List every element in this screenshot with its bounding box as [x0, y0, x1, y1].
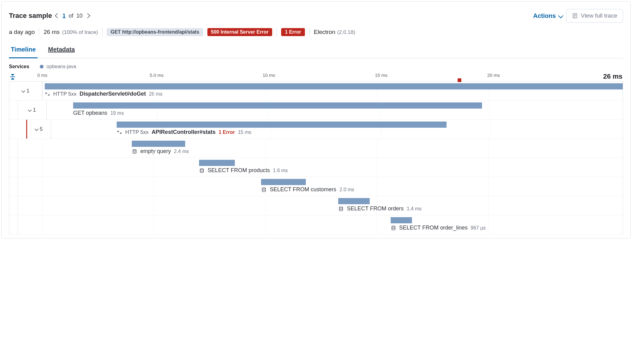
span-error: 1 Error — [218, 130, 235, 135]
services-label: Services — [9, 64, 29, 69]
waterfall-track: SELECT FROM order_lines967 µs — [42, 215, 623, 234]
span-duration: 1.6 ms — [273, 168, 288, 173]
trace-pct: (100% of trace) — [62, 29, 98, 35]
waterfall-row[interactable]: SELECT FROM customers2.0 ms — [9, 177, 623, 196]
tabs: Timeline Metadata — [9, 43, 623, 58]
agent-version: (2.0.18) — [337, 29, 356, 35]
agent-name: Electron — [314, 29, 335, 35]
span-bar[interactable] — [338, 198, 370, 204]
span-status: HTTP 5xx — [125, 129, 148, 135]
trace-age: a day ago — [9, 29, 35, 35]
span-name: APIRestController#stats — [152, 129, 215, 135]
span-label: SELECT FROM orders1.4 ms — [338, 205, 623, 212]
waterfall-row[interactable]: 1HTTP 5xxDispatcherServlet#doGet26 ms — [9, 81, 623, 101]
request-badge: GET http://opbeans-frontend/api/stats — [107, 28, 203, 36]
span-status: HTTP 5xx — [53, 91, 77, 97]
tab-timeline[interactable]: Timeline — [9, 43, 38, 58]
axis-max: 26 ms — [603, 72, 622, 81]
span-bar[interactable] — [117, 122, 447, 128]
span-duration: 2.0 ms — [339, 187, 354, 192]
waterfall-track: HTTP 5xxAPIRestController#stats1 Error15… — [51, 120, 623, 139]
span-bar[interactable] — [73, 102, 482, 109]
span-name: SELECT FROM customers — [270, 186, 336, 193]
next-sample-icon[interactable] — [85, 13, 90, 19]
span-bar[interactable] — [199, 160, 235, 166]
trace-info: a day ago 26 ms (100% of trace) GET http… — [9, 28, 623, 36]
axis-tick: 20 ms — [487, 72, 500, 78]
collapse-all-icon[interactable] — [10, 74, 15, 80]
waterfall-track: SELECT FROM products1.6 ms — [42, 158, 623, 177]
span-bar[interactable] — [391, 217, 412, 223]
chevron-down-icon — [558, 13, 563, 19]
http-icon — [45, 91, 50, 97]
span-name: GET opbeans — [73, 110, 107, 116]
actions-menu[interactable]: Actions — [533, 12, 563, 19]
http-icon — [117, 130, 122, 135]
view-full-trace-button[interactable]: View full trace — [566, 9, 623, 23]
axis-tick: 15 ms — [375, 72, 388, 78]
service-color-icon — [40, 65, 44, 68]
row-toggle[interactable]: 5 — [26, 120, 51, 139]
actions-label: Actions — [533, 12, 556, 19]
error-count-badge: 1 Error — [281, 28, 305, 36]
header: Trace sample 1 of 10 Actions View full t… — [9, 9, 623, 23]
waterfall-row[interactable]: 1GET opbeans19 ms — [9, 101, 623, 120]
waterfall-row[interactable]: SELECT FROM orders1.4 ms — [9, 196, 623, 215]
view-full-trace-label: View full trace — [581, 12, 617, 19]
trace-duration: 26 ms — [44, 29, 60, 35]
span-name: SELECT FROM orders — [347, 205, 404, 212]
axis-tick: 0 ms — [37, 72, 48, 78]
waterfall-row[interactable]: SELECT FROM order_lines967 µs — [9, 215, 623, 234]
time-axis: 0 ms 5.0 ms 10 ms 15 ms 20 ms 26 ms — [38, 72, 623, 81]
services-legend: Services opbeans-java — [9, 64, 623, 69]
document-icon — [572, 13, 578, 19]
waterfall-track: SELECT FROM orders1.4 ms — [42, 196, 623, 215]
sample-pager: 1 of 10 — [56, 13, 89, 19]
span-name: empty query — [140, 148, 171, 155]
span-label: GET opbeans19 ms — [73, 110, 623, 116]
span-label: SELECT FROM products1.6 ms — [199, 167, 623, 174]
waterfall-track: empty query2.4 ms — [42, 139, 623, 158]
waterfall-track: GET opbeans19 ms — [47, 101, 623, 119]
span-duration: 2.4 ms — [174, 149, 189, 154]
span-name: SELECT FROM products — [208, 167, 270, 174]
waterfall-row[interactable]: 5HTTP 5xxAPIRestController#stats1 Error1… — [9, 120, 623, 139]
span-label: SELECT FROM order_lines967 µs — [391, 225, 623, 231]
current-sample[interactable]: 1 — [62, 13, 65, 19]
span-duration: 19 ms — [110, 110, 124, 116]
span-duration: 1.4 ms — [407, 206, 422, 212]
span-label: SELECT FROM customers2.0 ms — [261, 186, 623, 193]
http-error-badge: 500 Internal Server Error — [207, 28, 272, 36]
service-name: opbeans-java — [47, 64, 76, 69]
total-samples: 10 — [76, 13, 82, 19]
waterfall-track: SELECT FROM customers2.0 ms — [42, 177, 623, 196]
waterfall-track: HTTP 5xxDispatcherServlet#doGet26 ms — [42, 81, 623, 100]
panel-title: Trace sample — [9, 12, 52, 20]
span-duration: 15 ms — [238, 130, 252, 135]
database-icon — [132, 149, 137, 154]
waterfall: 1HTTP 5xxDispatcherServlet#doGet26 ms1GE… — [9, 81, 623, 234]
database-icon — [199, 168, 205, 173]
database-icon — [338, 206, 344, 212]
trace-sample-panel: Trace sample 1 of 10 Actions View full t… — [1, 1, 631, 238]
span-bar[interactable] — [261, 179, 306, 185]
waterfall-row[interactable]: empty query2.4 ms — [9, 139, 623, 158]
span-duration: 26 ms — [149, 91, 163, 97]
span-name: SELECT FROM order_lines — [399, 225, 468, 231]
span-duration: 967 µs — [471, 225, 485, 231]
axis-tick: 10 ms — [263, 72, 275, 78]
span-label: HTTP 5xxAPIRestController#stats1 Error15… — [117, 129, 623, 135]
waterfall-row[interactable]: SELECT FROM products1.6 ms — [9, 158, 623, 177]
row-toggle[interactable]: 1 — [9, 81, 42, 100]
span-label: HTTP 5xxDispatcherServlet#doGet26 ms — [45, 91, 623, 97]
span-bar[interactable] — [45, 83, 623, 89]
pager-of: of — [69, 13, 73, 19]
axis-tick: 5.0 ms — [150, 72, 164, 78]
span-name: DispatcherServlet#doGet — [80, 91, 146, 97]
prev-sample-icon[interactable] — [55, 13, 60, 19]
tab-metadata[interactable]: Metadata — [46, 43, 77, 58]
span-bar[interactable] — [132, 141, 185, 147]
row-toggle[interactable]: 1 — [18, 101, 47, 119]
database-icon — [391, 225, 396, 231]
